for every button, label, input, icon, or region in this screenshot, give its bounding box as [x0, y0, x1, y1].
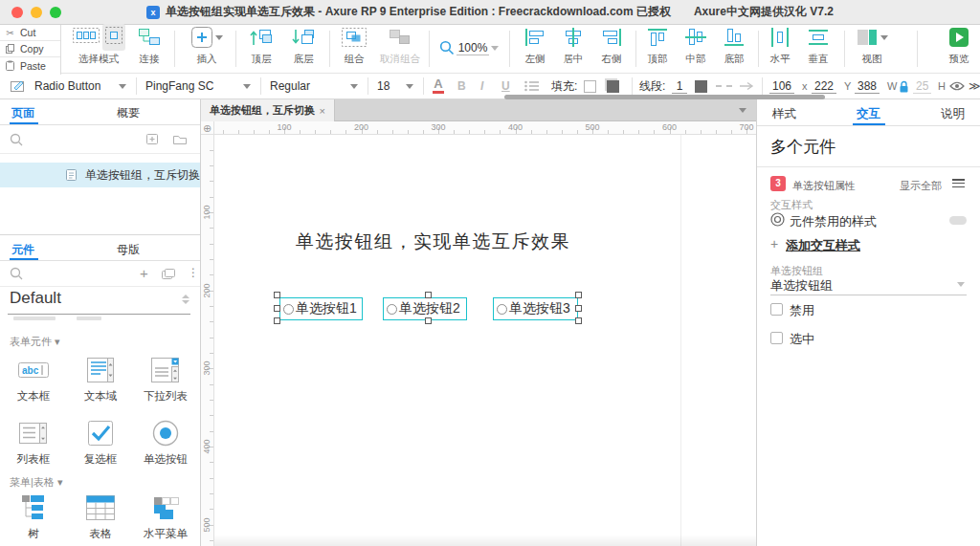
kebab-menu-icon[interactable]: ⋮ [188, 266, 199, 279]
toolbar-separator [632, 77, 633, 95]
align-left-label: 左侧 [517, 53, 553, 66]
maximize-window-button[interactable] [50, 7, 61, 18]
ruler-origin[interactable]: ⊕ [201, 121, 214, 135]
align-bottom-button[interactable]: 底部 [716, 25, 752, 66]
font-color-button[interactable]: A [433, 74, 444, 98]
design-canvas[interactable]: 单选按钮组，实现单选互斥效果 单选按钮1 单选按钮2 单选按钮3 [214, 135, 756, 546]
selection-handle[interactable] [575, 305, 582, 312]
widget-textfield[interactable]: abc 文本框 [2, 354, 65, 404]
zoom-control[interactable]: 100% [434, 25, 503, 71]
minimize-window-button[interactable] [31, 7, 42, 18]
select-contain-icon[interactable] [102, 24, 125, 51]
section-form-widgets[interactable]: 表单元件 ▾ [10, 335, 60, 349]
bold-button[interactable]: B [457, 74, 466, 98]
section-menu-table[interactable]: 菜单|表格 ▾ [10, 475, 62, 490]
radio-widget-1[interactable]: 单选按钮1 [279, 297, 363, 320]
chevron-down-icon [880, 35, 888, 40]
widget-style-icon[interactable] [10, 74, 26, 98]
clipped-widget-label [13, 317, 56, 320]
radio-group-value[interactable]: 单选按钮组 [770, 277, 833, 295]
disabled-style-label[interactable]: 元件禁用的样式 [790, 213, 877, 230]
view-button[interactable]: 视图 [850, 25, 894, 66]
canvas-tab[interactable]: 单选按钮组，互斥切换 × [201, 99, 335, 121]
search-icon[interactable] [10, 267, 23, 280]
widget-listbox[interactable]: 列表框 [2, 417, 65, 467]
tab-outline[interactable]: 概要 [117, 105, 140, 121]
add-interaction-style-link[interactable]: 添加交互样式 [786, 237, 860, 254]
page-tree-item[interactable]: 单选按钮组，互斥切换 [0, 163, 200, 187]
connect-button[interactable]: 连接 [130, 25, 168, 66]
tab-widgets[interactable]: 元件 [11, 242, 34, 258]
disabled-style-toggle[interactable] [949, 216, 967, 225]
font-weight-select[interactable]: Regular [270, 74, 358, 98]
font-family-select[interactable]: PingFang SC [145, 74, 251, 98]
tab-interaction[interactable]: 交互 [857, 106, 880, 122]
more-options-button[interactable]: ≫ [969, 74, 980, 98]
close-tab-icon[interactable]: × [320, 105, 325, 117]
tab-masters[interactable]: 母版 [117, 242, 140, 258]
close-window-button[interactable] [11, 7, 23, 18]
widget-tree[interactable]: 树 [2, 491, 65, 541]
tab-pages[interactable]: 页面 [11, 105, 34, 121]
zoom-value[interactable]: 100% [457, 41, 490, 55]
menu-item-paste[interactable]: Paste [0, 57, 60, 74]
disabled-checkbox[interactable] [770, 303, 783, 316]
selection-handle[interactable] [575, 317, 582, 324]
radio-widget-3[interactable]: 单选按钮3 [493, 297, 578, 320]
w-label: W [887, 74, 897, 98]
align-center-button[interactable]: 居中 [555, 25, 591, 66]
select-mode-button[interactable]: 选择模式 [65, 25, 132, 66]
ruler-tick [300, 130, 301, 134]
radio-group-underline [770, 295, 967, 295]
search-icon[interactable] [10, 133, 23, 146]
tab-overflow-icon[interactable] [739, 108, 746, 113]
width-field[interactable]: 388 [855, 74, 880, 98]
italic-button[interactable]: I [480, 74, 483, 98]
widget-textarea[interactable]: 文本域 [69, 354, 132, 404]
widget-radio-button[interactable]: 单选按钮 [134, 417, 197, 467]
widget-table[interactable]: 表格 [69, 491, 132, 541]
widget-checkbox[interactable]: 复选框 [69, 417, 132, 467]
ruler-number: 300 [202, 359, 212, 378]
menu-item-copy[interactable]: Copy [0, 41, 60, 57]
add-page-icon[interactable] [145, 133, 160, 145]
font-size-select[interactable]: 18 [377, 74, 413, 98]
canvas-heading-text[interactable]: 单选按钮组，实现单选互斥效果 [296, 229, 570, 254]
bring-to-front-button[interactable]: 顶层 [241, 25, 281, 66]
hamburger-menu-icon[interactable] [952, 179, 965, 187]
widget-style-select[interactable]: Radio Button [34, 74, 126, 98]
selection-handle[interactable] [274, 317, 280, 324]
add-library-icon[interactable]: + [140, 265, 148, 281]
distribute-horizontal-button[interactable]: 水平 [762, 25, 798, 66]
align-top-button[interactable]: 顶部 [639, 25, 676, 66]
insert-button[interactable]: 插入 [184, 25, 230, 66]
library-stack-icon[interactable] [161, 268, 176, 280]
tab-notes[interactable]: 说明 [941, 106, 965, 122]
lock-ratio-button[interactable] [899, 74, 909, 98]
widget-horizontal-menu[interactable]: 水平菜单 [134, 491, 197, 541]
align-right-button[interactable]: 右侧 [593, 25, 630, 66]
group-button[interactable]: 组合 [335, 25, 373, 66]
align-left-button[interactable]: 左侧 [517, 25, 553, 66]
distribute-vertical-button[interactable]: 垂直 [800, 25, 836, 66]
select-intersect-icon[interactable] [72, 24, 100, 51]
horizontal-scrollbar-thumb[interactable] [504, 95, 825, 99]
preview-button[interactable]: 预览 [940, 25, 978, 66]
add-folder-icon[interactable] [172, 133, 188, 145]
selection-handle[interactable] [425, 292, 432, 298]
selection-handle[interactable] [274, 292, 280, 298]
show-all-link[interactable]: 显示全部 [900, 179, 942, 193]
selection-handle[interactable] [425, 317, 432, 324]
height-field[interactable]: 25 [913, 74, 931, 98]
ungroup-button[interactable]: 取消组合 [375, 25, 425, 66]
selection-handle[interactable] [274, 305, 280, 312]
visibility-button[interactable] [949, 74, 965, 98]
widget-droplist[interactable]: 下拉列表 [134, 354, 197, 404]
tab-style[interactable]: 样式 [772, 106, 796, 122]
menu-item-cut[interactable]: ✂Cut [0, 25, 60, 41]
selected-checkbox[interactable] [770, 332, 783, 344]
selection-handle[interactable] [575, 292, 582, 298]
send-to-back-button[interactable]: 底层 [283, 25, 323, 66]
radio-circle-icon [283, 304, 294, 315]
align-middle-button[interactable]: 中部 [678, 25, 714, 66]
